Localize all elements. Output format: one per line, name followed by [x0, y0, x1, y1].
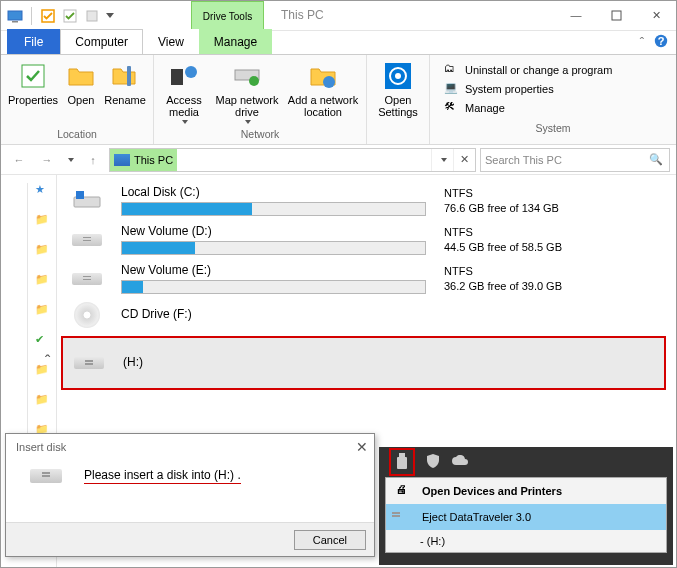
- checkbox-icon[interactable]: [40, 8, 56, 24]
- insert-disk-dialog: Insert disk ✕ Please insert a disk into …: [5, 433, 375, 557]
- svg-text:?: ?: [658, 35, 665, 47]
- svg-rect-10: [171, 69, 183, 85]
- removable-icon: [73, 350, 105, 376]
- history-dropdown[interactable]: [63, 148, 77, 172]
- drive-f[interactable]: CD Drive (F:): [61, 298, 666, 332]
- svg-rect-21: [397, 457, 407, 469]
- add-location-button[interactable]: Add a network location: [286, 58, 360, 118]
- star-icon[interactable]: ★: [35, 183, 51, 199]
- address-dropdown[interactable]: [431, 149, 453, 171]
- folder2-icon[interactable]: 📁: [35, 243, 51, 259]
- open-folder-icon: [65, 60, 97, 92]
- collapse-ribbon-icon[interactable]: ˆ: [640, 35, 644, 50]
- qat-dropdown[interactable]: [106, 13, 114, 19]
- dialog-title: Insert disk: [16, 441, 66, 453]
- folder4-icon[interactable]: 📁: [35, 303, 51, 319]
- system-properties-button[interactable]: 💻System properties: [444, 81, 662, 97]
- svg-rect-5: [612, 11, 621, 20]
- media-icon: [168, 60, 200, 92]
- pc-addr-icon: [114, 154, 130, 166]
- eject-item[interactable]: Eject DataTraveler 3.0: [386, 504, 666, 530]
- usage-bar: [121, 202, 426, 216]
- usage-bar: [121, 280, 426, 294]
- check-icon[interactable]: ✔: [35, 333, 51, 349]
- add-location-icon: [307, 60, 339, 92]
- maximize-button[interactable]: [596, 1, 636, 29]
- address-field[interactable]: This PC ✕: [109, 148, 476, 172]
- uninstall-program-button[interactable]: 🗂Uninstall or change a program: [444, 62, 662, 78]
- search-icon: 🔍: [649, 153, 663, 166]
- minimize-button[interactable]: —: [556, 1, 596, 29]
- svg-rect-9: [127, 66, 131, 86]
- tab-file[interactable]: File: [7, 29, 60, 54]
- open-devices-item[interactable]: 🖨 Open Devices and Printers: [386, 478, 666, 504]
- forward-button[interactable]: →: [35, 148, 59, 172]
- svg-rect-20: [399, 453, 405, 457]
- cloud-tray-icon[interactable]: [451, 455, 469, 469]
- window-title: This PC: [281, 8, 324, 22]
- tab-computer[interactable]: Computer: [60, 29, 143, 54]
- tab-manage[interactable]: Manage: [199, 29, 272, 54]
- address-bar: ← → ↑ This PC ✕ Search This PC 🔍: [1, 145, 676, 175]
- map-drive-button[interactable]: Map network drive: [210, 58, 284, 124]
- group-network-label: Network: [160, 126, 360, 142]
- eject-sub-h[interactable]: - (H:): [386, 530, 666, 552]
- properties-button[interactable]: Properties: [7, 58, 59, 106]
- svg-point-17: [395, 73, 401, 79]
- ribbon-tabs: File Computer View Manage ˆ ?: [1, 31, 676, 55]
- scroll-up-icon[interactable]: ˆ: [45, 353, 50, 371]
- svg-point-13: [249, 76, 259, 86]
- cd-icon: [71, 302, 103, 328]
- hdd-icon: [71, 188, 103, 214]
- refresh-button[interactable]: ✕: [453, 149, 475, 171]
- address-text: This PC: [134, 154, 173, 166]
- drive-dialog-icon: [30, 469, 62, 483]
- group-system-label: System: [436, 120, 670, 136]
- hdd-icon: [71, 227, 103, 253]
- group-location-label: Location: [7, 126, 147, 142]
- folder3-icon[interactable]: 📁: [35, 273, 51, 289]
- item-icon[interactable]: [84, 8, 100, 24]
- drive-tools-tab[interactable]: Drive Tools: [191, 1, 264, 31]
- manage-icon: 🛠: [444, 100, 460, 116]
- search-placeholder: Search This PC: [485, 154, 562, 166]
- folder1-icon[interactable]: 📁: [35, 213, 51, 229]
- dialog-close-button[interactable]: ✕: [356, 439, 368, 455]
- usage-bar: [121, 241, 426, 255]
- manage-button[interactable]: 🛠Manage: [444, 100, 662, 116]
- svg-rect-0: [8, 11, 22, 20]
- open-button[interactable]: Open: [61, 58, 101, 106]
- help-icon[interactable]: ?: [654, 34, 668, 50]
- svg-rect-1: [12, 21, 18, 23]
- folder6-icon[interactable]: 📁: [35, 393, 51, 409]
- pc-icon: [7, 8, 23, 24]
- drive-menu-icon: [396, 509, 412, 525]
- hdd-icon: [71, 266, 103, 292]
- usb-tray-icon[interactable]: [389, 448, 415, 476]
- settings-icon: [382, 60, 414, 92]
- rename-button[interactable]: Rename: [103, 58, 147, 106]
- drive-h[interactable]: (H:): [61, 336, 666, 390]
- map-drive-icon: [231, 60, 263, 92]
- properties-icon: [17, 60, 49, 92]
- pc-small-icon: 💻: [444, 81, 460, 97]
- search-input[interactable]: Search This PC 🔍: [480, 148, 670, 172]
- cancel-button[interactable]: Cancel: [294, 530, 366, 550]
- titlebar: Drive Tools This PC — ✕: [1, 1, 676, 31]
- access-media-button[interactable]: Access media: [160, 58, 208, 124]
- dialog-message: Please insert a disk into (H:) .: [84, 468, 241, 484]
- up-button[interactable]: ↑: [81, 148, 105, 172]
- close-button[interactable]: ✕: [636, 1, 676, 29]
- svg-rect-19: [76, 191, 84, 199]
- drive-d[interactable]: New Volume (D:) NTFS 44.5 GB free of 58.…: [61, 220, 666, 259]
- checkbox2-icon[interactable]: [62, 8, 78, 24]
- eject-menu: 🖨 Open Devices and Printers Eject DataTr…: [385, 477, 667, 553]
- tab-view[interactable]: View: [143, 29, 199, 54]
- shield-tray-icon[interactable]: [425, 453, 441, 471]
- devices-icon: 🖨: [396, 483, 412, 499]
- open-settings-button[interactable]: Open Settings: [373, 58, 423, 118]
- drive-c[interactable]: Local Disk (C:) NTFS 76.6 GB free of 134…: [61, 181, 666, 220]
- drive-e[interactable]: New Volume (E:) NTFS 36.2 GB free of 39.…: [61, 259, 666, 298]
- back-button[interactable]: ←: [7, 148, 31, 172]
- svg-rect-4: [87, 11, 97, 21]
